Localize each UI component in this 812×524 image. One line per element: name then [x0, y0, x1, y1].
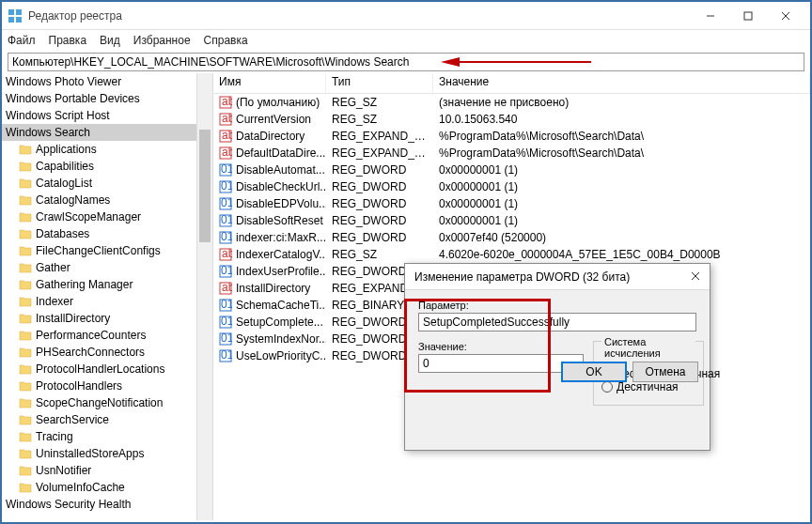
tree-item[interactable]: Databases	[2, 225, 212, 242]
tree-item[interactable]: Gather	[2, 259, 212, 276]
dialog-titlebar[interactable]: Изменение параметра DWORD (32 бита)	[405, 264, 710, 290]
tree-item[interactable]: ScopeChangeNotification	[2, 394, 212, 411]
tree-item[interactable]: VolumeInfoCache	[2, 479, 212, 496]
list-row[interactable]: 011DisableEDPVolu...REG_DWORD0x00000001 …	[213, 195, 810, 212]
tree-item[interactable]: PHSearchConnectors	[2, 344, 212, 361]
ok-button[interactable]: OK	[561, 362, 627, 382]
menu-file[interactable]: Файл	[8, 34, 36, 47]
tree-item[interactable]: UsnNotifier	[2, 462, 212, 479]
window-title: Редактор реестра	[28, 9, 692, 23]
svg-text:011: 011	[221, 197, 232, 209]
menu-view[interactable]: Вид	[100, 34, 120, 47]
param-input[interactable]: SetupCompletedSuccessfully	[418, 313, 696, 331]
tree-item[interactable]: Windows Script Host	[2, 107, 212, 124]
svg-rect-1	[16, 9, 22, 15]
tree-item[interactable]: Applications	[2, 141, 212, 158]
cancel-button[interactable]: Отмена	[632, 362, 698, 382]
svg-text:011: 011	[221, 299, 232, 311]
svg-text:011: 011	[221, 214, 232, 226]
svg-text:011: 011	[221, 349, 232, 362]
tree-item[interactable]: Windows Security Health	[2, 496, 212, 513]
tree-item[interactable]: UninstalledStoreApps	[2, 445, 212, 462]
tree-item[interactable]: PerformanceCounters	[2, 327, 212, 344]
tree-item[interactable]: Windows Portable Devices	[2, 90, 212, 107]
tree-item[interactable]: FileChangeClientConfigs	[2, 242, 212, 259]
edit-dword-dialog: Изменение параметра DWORD (32 бита) Пара…	[404, 263, 710, 451]
svg-text:011: 011	[221, 180, 232, 193]
svg-text:ab: ab	[222, 282, 232, 294]
tree-scrollbar[interactable]	[196, 73, 212, 520]
list-row[interactable]: ab(По умолчанию)REG_SZ(значение не присв…	[213, 94, 810, 111]
svg-rect-5	[744, 12, 752, 20]
tree-item[interactable]: Windows Photo Viewer	[2, 73, 212, 90]
radio-dec[interactable]: Десятичная	[601, 380, 695, 393]
col-name[interactable]: Имя	[213, 73, 326, 93]
list-row[interactable]: 011DisableAutomat...REG_DWORD0x00000001 …	[213, 162, 810, 178]
list-row[interactable]: 011DisableCheckUrl...REG_DWORD0x00000001…	[213, 178, 810, 195]
list-row[interactable]: abIndexerCatalogV...REG_SZ4.6020e-6020e_…	[213, 246, 810, 263]
tree-item[interactable]: CatalogList	[2, 175, 212, 192]
base-group-title: Система исчисления	[601, 336, 695, 359]
tree-item[interactable]: Capabilities	[2, 158, 212, 175]
svg-text:011: 011	[221, 231, 232, 243]
address-text: Компьютер\HKEY_LOCAL_MACHINE\SOFTWARE\Mi…	[12, 55, 409, 69]
svg-text:011: 011	[221, 163, 232, 176]
tree-item[interactable]: Gathering Manager	[2, 276, 212, 293]
svg-text:ab: ab	[222, 96, 232, 108]
list-row[interactable]: abDataDirectoryREG_EXPAND_SZ%ProgramData…	[213, 128, 810, 145]
tree-item[interactable]: CatalogNames	[2, 192, 212, 208]
svg-text:011: 011	[221, 265, 232, 277]
tree-panel[interactable]: Windows Photo ViewerWindows Portable Dev…	[2, 73, 213, 520]
tree-item[interactable]: CrawlScopeManager	[2, 208, 212, 225]
titlebar[interactable]: Редактор реестра	[2, 2, 810, 30]
svg-text:011: 011	[221, 332, 232, 345]
col-type[interactable]: Тип	[326, 73, 433, 93]
svg-rect-2	[8, 17, 14, 23]
menubar: Файл Правка Вид Избранное Справка	[2, 30, 810, 51]
tree-item[interactable]: Tracing	[2, 428, 212, 445]
tree-item[interactable]: Windows Search	[2, 124, 212, 141]
radio-icon	[601, 381, 613, 393]
list-row[interactable]: abCurrentVersionREG_SZ10.0.15063.540	[213, 111, 810, 128]
list-row[interactable]: abDefaultDataDire...REG_EXPAND_SZ%Progra…	[213, 145, 810, 162]
svg-text:ab: ab	[222, 146, 232, 159]
close-button[interactable]	[767, 2, 804, 30]
svg-marker-9	[441, 57, 460, 67]
tree-item[interactable]: SearchService	[2, 411, 212, 428]
svg-text:011: 011	[221, 316, 232, 328]
tree-item[interactable]: ProtocolHandlers	[2, 378, 212, 394]
svg-text:ab: ab	[222, 248, 232, 260]
minimize-button[interactable]	[692, 2, 729, 30]
svg-text:ab: ab	[222, 130, 232, 142]
maximize-button[interactable]	[729, 2, 767, 30]
menu-help[interactable]: Справка	[204, 34, 248, 47]
dialog-title: Изменение параметра DWORD (32 бита)	[414, 270, 691, 284]
svg-text:ab: ab	[222, 113, 232, 125]
menu-favorites[interactable]: Избранное	[133, 34, 191, 47]
annotation-arrow	[441, 55, 591, 69]
col-value[interactable]: Значение	[433, 73, 810, 93]
list-row[interactable]: 011indexer:ci:MaxR...REG_DWORD0x0007ef40…	[213, 229, 810, 246]
list-row[interactable]: 011DisableSoftResetREG_DWORD0x00000001 (…	[213, 212, 810, 229]
value-input[interactable]: 0	[418, 354, 584, 373]
app-icon	[8, 8, 23, 23]
svg-rect-3	[16, 17, 22, 23]
menu-edit[interactable]: Правка	[49, 34, 87, 47]
tree-item[interactable]: Indexer	[2, 293, 212, 310]
tree-item[interactable]: InstallDirectory	[2, 310, 212, 327]
param-label: Параметр:	[418, 300, 696, 311]
tree-item[interactable]: ProtocolHandlerLocations	[2, 361, 212, 378]
address-bar[interactable]: Компьютер\HKEY_LOCAL_MACHINE\SOFTWARE\Mi…	[8, 53, 804, 71]
list-header: Имя Тип Значение	[213, 73, 810, 94]
dialog-close-icon[interactable]	[691, 270, 700, 284]
svg-rect-0	[8, 9, 14, 15]
